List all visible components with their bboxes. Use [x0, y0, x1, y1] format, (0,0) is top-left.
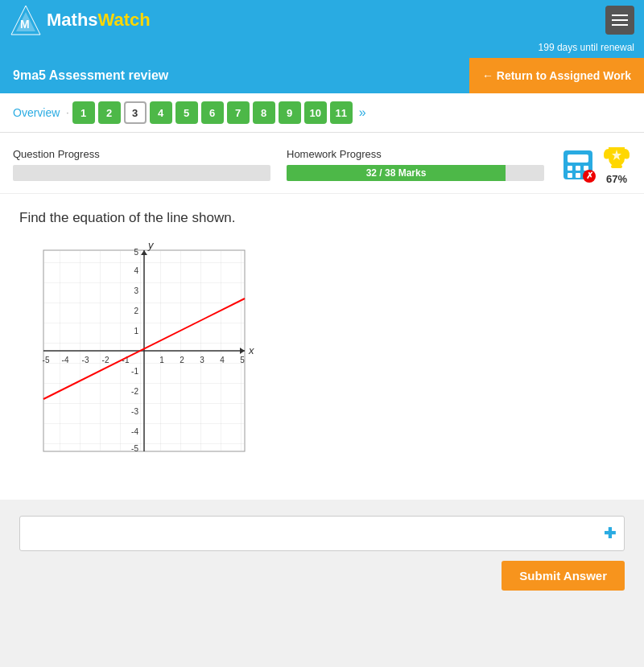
trophy-icon	[602, 144, 631, 173]
svg-rect-6	[576, 166, 580, 171]
add-symbol-button[interactable]: ✚	[604, 525, 616, 542]
tab-1[interactable]: 1	[72, 101, 95, 124]
assessment-header: 9ma5 Assessment review ← Return to Assig…	[0, 58, 644, 93]
svg-text:2: 2	[134, 307, 138, 315]
main-content: Overview · 1 2 3 4 5 6 7 8 9 10 11 » Que…	[0, 93, 644, 500]
homework-progress-fill: 32 / 38 Marks	[287, 165, 506, 181]
svg-rect-5	[568, 166, 572, 171]
logo-text: MathsWatch	[47, 10, 151, 31]
tabs-bar: Overview · 1 2 3 4 5 6 7 8 9 10 11 »	[0, 93, 644, 133]
tab-2[interactable]: 2	[98, 101, 121, 124]
question-progress-label: Question Progress	[13, 148, 270, 160]
question-progress-block: Question Progress	[13, 148, 270, 181]
homework-progress-bar: 32 / 38 Marks	[287, 165, 544, 181]
svg-text:-2: -2	[102, 356, 109, 364]
answer-input[interactable]	[28, 527, 604, 541]
svg-text:5: 5	[134, 248, 138, 257]
renewal-bar: 199 days until renewal	[0, 40, 644, 58]
svg-text:-3: -3	[131, 407, 138, 416]
homework-progress-label: Homework Progress	[287, 148, 544, 160]
answer-input-wrap: ✚	[19, 516, 625, 551]
svg-text:1: 1	[159, 356, 164, 364]
logo-icon: M	[10, 4, 42, 36]
svg-text:-2: -2	[131, 387, 138, 396]
tab-9[interactable]: 9	[279, 101, 301, 124]
return-to-assigned-work-button[interactable]: ← Return to Assigned Work	[469, 58, 644, 93]
svg-text:1: 1	[134, 327, 138, 336]
svg-text:-3: -3	[82, 356, 89, 364]
tab-separator: ·	[66, 107, 68, 118]
question-progress-bar	[13, 165, 270, 181]
svg-text:5: 5	[240, 356, 245, 364]
svg-text:3: 3	[134, 286, 138, 295]
tab-10[interactable]: 10	[304, 101, 327, 124]
submit-answer-button[interactable]: Submit Answer	[502, 561, 625, 591]
svg-rect-4	[568, 154, 588, 163]
hamburger-line	[612, 14, 628, 16]
svg-text:-1: -1	[131, 367, 138, 376]
svg-text:4: 4	[220, 356, 225, 364]
svg-text:-5: -5	[43, 356, 50, 364]
tab-11[interactable]: 11	[330, 101, 353, 124]
svg-text:-4: -4	[131, 427, 138, 436]
renewal-text: 199 days until renewal	[539, 42, 634, 53]
hamburger-line	[612, 24, 628, 26]
logo-watch: Watch	[98, 10, 151, 30]
homework-marks: 32 / 38 Marks	[366, 167, 427, 179]
tab-3[interactable]: 3	[124, 101, 147, 124]
progress-section: Question Progress Homework Progress 32 /…	[0, 133, 644, 194]
svg-text:-4: -4	[62, 356, 69, 364]
svg-text:-5: -5	[131, 444, 138, 453]
svg-rect-11	[614, 159, 619, 165]
svg-text:4: 4	[134, 266, 138, 275]
logo-area: M MathsWatch	[10, 4, 151, 36]
submit-row: Submit Answer	[19, 561, 625, 591]
red-x-badge: ✗	[583, 170, 596, 183]
coordinate-graph: x y 1 2 3 4 5 -1 -2 -3 -4 -5 1 2 3 4 5 -…	[19, 242, 269, 484]
svg-text:x: x	[248, 344, 254, 356]
calculator-icon-wrap: ✗	[560, 147, 596, 183]
graph-area: x y 1 2 3 4 5 -1 -2 -3 -4 -5 1 2 3 4 5 -…	[0, 234, 644, 500]
svg-text:2: 2	[180, 356, 184, 364]
icons-area: ✗ 67%	[560, 144, 631, 185]
question-area: Find the equation of the line shown.	[0, 194, 644, 234]
assessment-title: 9ma5 Assessment review	[13, 68, 168, 83]
trophy-block: 67%	[602, 144, 631, 185]
svg-text:3: 3	[200, 356, 204, 364]
tab-7[interactable]: 7	[227, 101, 250, 124]
logo-maths: Maths	[47, 10, 98, 30]
answer-section: ✚ Submit Answer	[0, 500, 644, 607]
tab-4[interactable]: 4	[150, 101, 172, 124]
hamburger-button[interactable]	[605, 6, 634, 35]
svg-rect-9	[576, 173, 580, 178]
tab-5[interactable]: 5	[175, 101, 198, 124]
tab-8[interactable]: 8	[253, 101, 275, 124]
svg-rect-8	[568, 173, 572, 178]
svg-text:M: M	[20, 18, 30, 31]
tab-6[interactable]: 6	[201, 101, 224, 124]
trophy-percentage: 67%	[606, 173, 627, 185]
homework-progress-block: Homework Progress 32 / 38 Marks	[287, 148, 544, 181]
svg-text:y: y	[147, 242, 155, 251]
tab-overview[interactable]: Overview	[13, 106, 60, 119]
hamburger-line	[612, 19, 628, 21]
app-header: M MathsWatch	[0, 0, 644, 40]
question-text: Find the equation of the line shown.	[19, 210, 235, 225]
tab-more[interactable]: »	[356, 105, 369, 120]
svg-rect-12	[611, 165, 622, 168]
